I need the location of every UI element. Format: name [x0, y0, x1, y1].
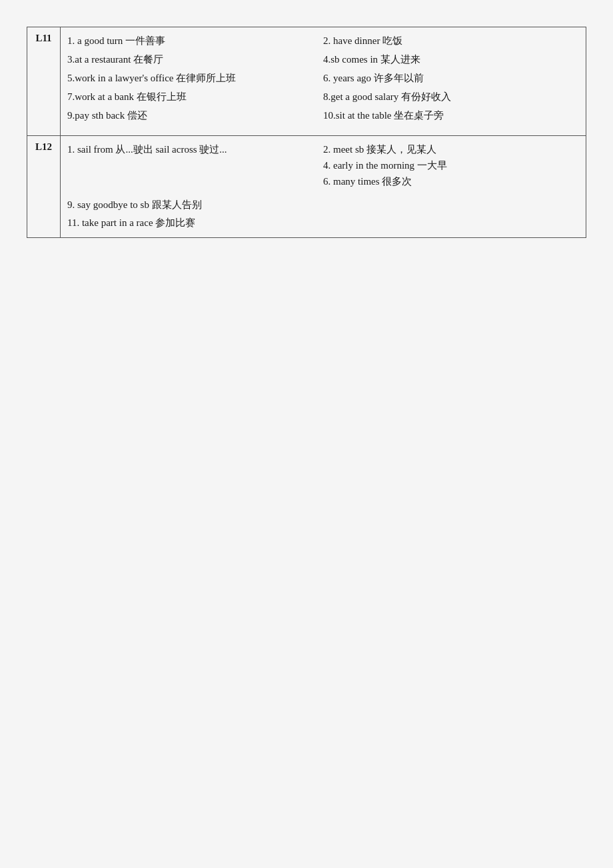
l12-bottom-line-2: 11. take part in a race 参加比赛	[67, 214, 579, 232]
l11-content: 1. a good turn 一件善事 2. have dinner 吃饭 3.…	[61, 27, 586, 136]
l11-p1-right: 2. have dinner 吃饭	[323, 33, 579, 49]
l11-label: L11	[27, 27, 61, 136]
l12-label: L12	[27, 136, 61, 238]
l12-row: L12 1. sail from 从...驶出 sail across 驶过..…	[27, 136, 586, 238]
l12-top-section: 1. sail from 从...驶出 sail across 驶过... 2.…	[67, 141, 579, 189]
l12-top-right: 2. meet sb 接某人，见某人 4. early in the morni…	[323, 141, 579, 189]
l11-phrase-2: 3.at a restaurant 在餐厅 4.sb comes in 某人进来	[67, 51, 579, 67]
l11-p2-right: 4.sb comes in 某人进来	[323, 51, 579, 67]
l11-p1-left: 1. a good turn 一件善事	[67, 33, 323, 49]
l11-p4-left: 7.work at a bank 在银行上班	[67, 89, 323, 105]
l12-bottom-line-1: 9. say goodbye to sb 跟某人告别	[67, 196, 579, 214]
vocabulary-table: L11 1. a good turn 一件善事 2. have dinner 吃…	[27, 27, 586, 238]
l11-row: L11 1. a good turn 一件善事 2. have dinner 吃…	[27, 27, 586, 136]
l11-p3-right: 6. years ago 许多年以前	[323, 70, 579, 86]
l12-right-line-2: 4. early in the morning 一大早	[323, 157, 579, 173]
l11-phrase-5: 9.pay sth back 偿还 10.sit at the table 坐在…	[67, 107, 579, 123]
l12-content: 1. sail from 从...驶出 sail across 驶过... 2.…	[61, 136, 586, 238]
l11-phrase-4: 7.work at a bank 在银行上班 8.get a good sala…	[67, 89, 579, 105]
l11-p5-right: 10.sit at the table 坐在桌子旁	[323, 107, 579, 123]
l11-phrase-1: 1. a good turn 一件善事 2. have dinner 吃饭	[67, 33, 579, 49]
l11-p3-left: 5.work in a lawyer's office 在律师所上班	[67, 70, 323, 86]
l11-p5-left: 9.pay sth back 偿还	[67, 107, 323, 123]
l11-p4-right: 8.get a good salary 有份好收入	[323, 89, 579, 105]
l12-top-left: 1. sail from 从...驶出 sail across 驶过...	[67, 141, 323, 189]
l12-right-line-3: 6. many times 很多次	[323, 173, 579, 189]
l11-phrase-3: 5.work in a lawyer's office 在律师所上班 6. ye…	[67, 70, 579, 86]
l12-bottom-section: 9. say goodbye to sb 跟某人告别 11. take part…	[67, 196, 579, 232]
l11-p2-left: 3.at a restaurant 在餐厅	[67, 51, 323, 67]
l12-right-line-1: 2. meet sb 接某人，见某人	[323, 141, 579, 157]
